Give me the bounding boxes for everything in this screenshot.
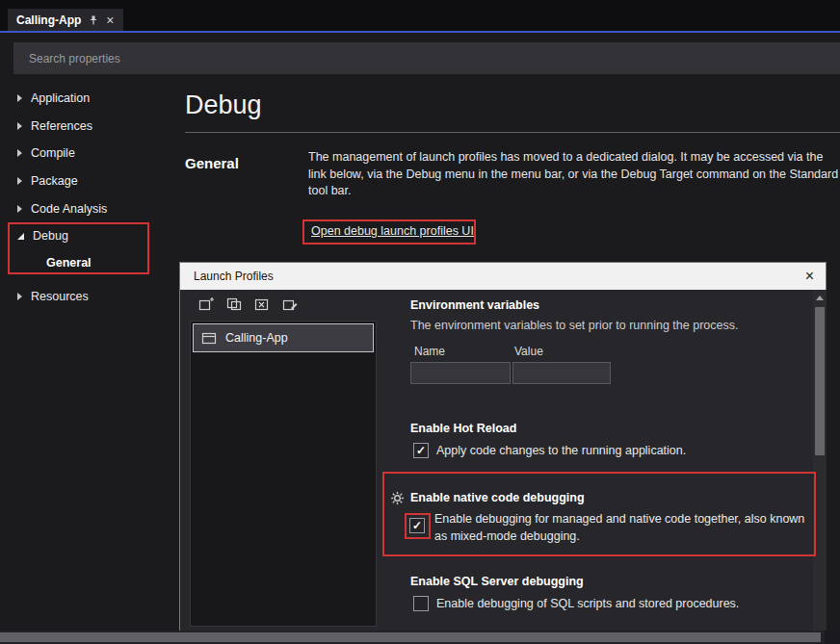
dialog-close-icon[interactable]: ×	[805, 269, 814, 284]
tab-title: Calling-App	[16, 13, 81, 27]
profile-label: Calling-App	[225, 331, 288, 345]
dialog-toolbar	[196, 295, 301, 314]
close-icon[interactable]: ×	[106, 13, 114, 27]
sidebar-item-label: Application	[31, 91, 90, 105]
sidebar-item-code-analysis[interactable]: Code Analysis	[0, 194, 177, 222]
scroll-up-icon[interactable]	[816, 296, 824, 300]
horizontal-scrollbar-thumb[interactable]	[0, 632, 821, 642]
sidebar-item-label: Package	[31, 174, 78, 188]
rename-profile-button[interactable]	[279, 295, 301, 314]
env-name-label: Name	[414, 345, 445, 358]
launch-profiles-dialog: Launch Profiles × Calling-App	[179, 262, 827, 644]
sidebar-item-label: References	[31, 119, 92, 133]
sidebar-item-references[interactable]: References	[0, 113, 177, 141]
native-debugging-heading: Enable native code debugging	[410, 491, 585, 504]
sql-debugging-heading: Enable SQL Server debugging	[410, 575, 584, 588]
chevron-expanded-icon	[17, 233, 24, 240]
app-window-icon	[201, 331, 217, 345]
open-debug-launch-profiles-link[interactable]: Open debug launch profiles UI	[311, 224, 474, 238]
new-profile-button[interactable]	[196, 295, 217, 314]
section-description: The management of launch profiles has mo…	[308, 149, 840, 200]
hot-reload-label: Apply code changes to the running applic…	[436, 444, 686, 457]
sidebar-item-label: Debug	[33, 229, 68, 243]
native-debugging-label: Enable debugging for managed and native …	[434, 511, 812, 545]
check-icon: ✓	[410, 519, 424, 532]
sidebar-item-label: General	[46, 256, 92, 270]
dialog-title: Launch Profiles	[194, 270, 274, 283]
sidebar-item-application[interactable]: Application	[0, 85, 177, 113]
accent-line	[0, 31, 840, 33]
profile-item-calling-app[interactable]: Calling-App	[193, 323, 374, 352]
env-variables-heading: Environment variables	[410, 298, 539, 312]
annotation-red-box-link: Open debug launch profiles UI	[302, 219, 476, 245]
chevron-right-icon	[17, 122, 22, 130]
profiles-list: Calling-App	[190, 321, 377, 627]
search-bar	[13, 42, 840, 74]
sidebar-item-package[interactable]: Package	[0, 167, 177, 195]
check-icon: ✓	[414, 444, 428, 457]
sidebar-item-general[interactable]: General	[0, 250, 177, 276]
sidebar-item-compile[interactable]: Compile	[0, 140, 177, 167]
gear-icon	[390, 491, 405, 509]
sql-debugging-label: Enable debugging of SQL scripts and stor…	[436, 597, 739, 610]
page-title: Debug	[185, 90, 262, 120]
search-input[interactable]	[13, 42, 840, 74]
title-divider	[185, 132, 840, 133]
native-debugging-checkbox[interactable]: ✓	[409, 518, 425, 533]
env-name-input[interactable]	[410, 362, 511, 384]
duplicate-profile-button[interactable]	[223, 295, 245, 314]
hot-reload-heading: Enable Hot Reload	[410, 422, 516, 435]
tab-strip: Calling-App ×	[0, 0, 840, 33]
section-heading-general: General	[185, 155, 239, 171]
sidebar-item-debug[interactable]: Debug	[0, 222, 177, 250]
delete-profile-button[interactable]	[251, 295, 273, 314]
env-value-label: Value	[514, 345, 543, 358]
sidebar-item-label: Code Analysis	[31, 202, 107, 216]
sidebar: Application References Compile Package C…	[0, 85, 177, 310]
dialog-scrollbar[interactable]	[813, 290, 827, 644]
app-window: Calling-App × Application References Com…	[0, 0, 840, 644]
env-value-input[interactable]	[512, 362, 611, 384]
sidebar-item-label: Compile	[31, 146, 75, 160]
env-variables-description: The environment variables to set prior t…	[410, 319, 738, 332]
hot-reload-checkbox[interactable]: ✓	[413, 443, 429, 458]
scrollbar-corner	[825, 631, 840, 644]
chevron-right-icon	[17, 177, 22, 185]
chevron-right-icon	[17, 149, 22, 157]
horizontal-scrollbar[interactable]	[0, 631, 840, 644]
pin-icon[interactable]	[88, 14, 99, 26]
dialog-titlebar[interactable]: Launch Profiles ×	[180, 263, 826, 290]
sidebar-item-resources[interactable]: Resources	[0, 283, 177, 311]
chevron-right-icon	[17, 94, 22, 102]
scrollbar-thumb[interactable]	[815, 307, 825, 455]
tab-calling-app[interactable]: Calling-App ×	[8, 9, 123, 31]
sidebar-item-label: Resources	[31, 290, 89, 303]
sql-debugging-checkbox[interactable]	[413, 596, 429, 611]
chevron-right-icon	[17, 293, 22, 300]
chevron-right-icon	[17, 205, 22, 213]
